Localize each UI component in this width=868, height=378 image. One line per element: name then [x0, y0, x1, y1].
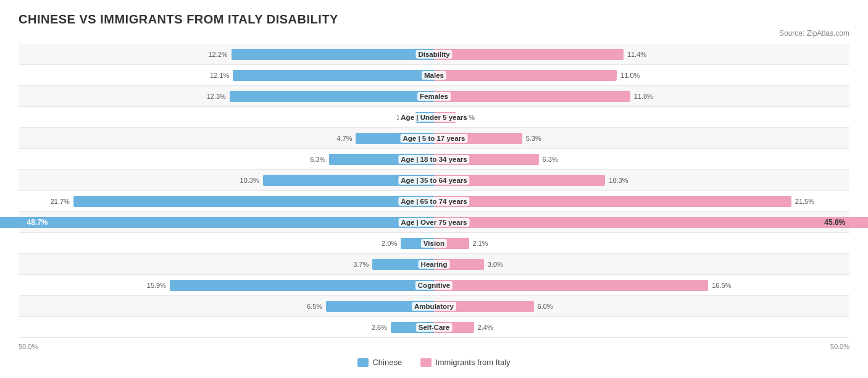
bar-container: Cognitive15.9%16.5%: [19, 279, 849, 292]
bar-label: Males: [422, 71, 446, 80]
bar-label: Age | 65 to 74 years: [398, 197, 469, 206]
left-value: 15.9%: [147, 282, 169, 289]
right-value: 11.8%: [632, 93, 653, 100]
chart-row: Males12.1%11.0%: [19, 65, 849, 86]
left-bar: [232, 49, 434, 60]
left-bar: [73, 196, 434, 207]
chart-row: Age | 5 to 17 years4.7%5.3%: [19, 128, 849, 149]
chart-row: Age | 35 to 64 years10.3%10.3%: [19, 170, 849, 191]
bar-label: Disability: [415, 50, 452, 59]
right-value: 2.1%: [470, 240, 488, 247]
right-bar: [434, 196, 791, 207]
left-value: 12.3%: [207, 93, 228, 100]
bar-container: Vision2.0%2.1%: [19, 237, 849, 250]
right-value: 10.3%: [606, 177, 628, 184]
bar-container: Age | 5 to 17 years4.7%5.3%: [19, 132, 849, 145]
bar-label: Age | 5 to 17 years: [400, 134, 467, 143]
chart-row: Age | Over 75 years48.7%45.8%: [19, 212, 849, 233]
chart-row: Disability12.2%11.4%: [19, 44, 849, 65]
right-value: 5.3%: [524, 135, 541, 142]
left-bar: [170, 280, 434, 291]
chart-area: Disability12.2%11.4%Males12.1%11.0%Femal…: [19, 44, 849, 338]
bar-label: Age | Over 75 years: [399, 218, 470, 227]
bar-container: Ambulatory6.5%6.0%: [19, 300, 849, 313]
chart-row: Cognitive15.9%16.5%: [19, 275, 849, 296]
legend-italy-box: [420, 358, 432, 367]
left-bar: [233, 70, 434, 81]
right-value: 3.0%: [485, 261, 503, 268]
right-bar: [434, 217, 868, 228]
right-value: 11.4%: [625, 51, 646, 58]
right-value: 6.0%: [535, 303, 553, 310]
bar-container: Age | Over 75 years48.7%45.8%: [19, 216, 849, 229]
right-bar: [434, 91, 630, 102]
left-value: 3.7%: [353, 261, 371, 268]
bar-container: Age | Under 5 years1.1%1.3%: [19, 111, 849, 124]
right-bar: [434, 280, 708, 291]
bar-container: Females12.3%11.8%: [19, 90, 849, 103]
bar-label: Self-Care: [416, 323, 453, 332]
bar-container: Hearing3.7%3.0%: [19, 258, 849, 271]
legend-italy-label: Immigrants from Italy: [435, 358, 510, 367]
right-value: 2.4%: [475, 324, 493, 331]
left-value: 6.5%: [307, 303, 325, 310]
legend-chinese: Chinese: [357, 358, 402, 367]
bar-label: Age | 35 to 64 years: [398, 176, 469, 185]
chart-row: Self-Care2.6%2.4%: [19, 317, 849, 338]
bar-label: Age | Under 5 years: [398, 113, 469, 122]
bar-label: Age | 18 to 34 years: [398, 155, 469, 164]
axis-right: 50.0%: [830, 343, 849, 350]
axis-left: 50.0%: [19, 343, 38, 350]
legend-chinese-box: [357, 358, 369, 367]
bar-label: Cognitive: [415, 281, 453, 290]
right-value: 21.5%: [793, 198, 814, 205]
right-value: 16.5%: [709, 282, 731, 289]
left-value: 12.1%: [210, 72, 232, 79]
bar-container: Males12.1%11.0%: [19, 69, 849, 82]
right-value: 6.3%: [540, 156, 558, 163]
chart-row: Vision2.0%2.1%: [19, 233, 849, 254]
left-value: 2.0%: [382, 240, 399, 247]
chart-title: CHINESE VS IMMIGRANTS FROM ITALY DISABIL…: [19, 12, 849, 27]
left-value: 6.3%: [310, 156, 328, 163]
bar-label: Females: [417, 92, 451, 101]
left-value: 2.6%: [372, 324, 390, 331]
right-value: 45.8%: [824, 218, 845, 227]
left-value: 21.7%: [51, 198, 72, 205]
bar-container: Age | 65 to 74 years21.7%21.5%: [19, 195, 849, 208]
source-label: Source: ZipAtlas.com: [19, 29, 849, 38]
left-value: 12.2%: [208, 51, 230, 58]
bar-label: Ambulatory: [412, 302, 456, 311]
left-bar: [230, 91, 434, 102]
right-bar: [434, 70, 617, 81]
bar-container: Self-Care2.6%2.4%: [19, 321, 849, 334]
axis-row: 50.0% 50.0%: [19, 338, 849, 353]
bar-label: Vision: [421, 239, 447, 248]
chart-row: Hearing3.7%3.0%: [19, 254, 849, 275]
chart-row: Ambulatory6.5%6.0%: [19, 296, 849, 317]
left-value: 10.3%: [240, 177, 262, 184]
bar-container: Age | 35 to 64 years10.3%10.3%: [19, 174, 849, 187]
right-value: 11.0%: [618, 72, 640, 79]
bar-label: Hearing: [419, 260, 450, 269]
left-value: 48.7%: [27, 218, 48, 227]
chart-row: Females12.3%11.8%: [19, 86, 849, 107]
legend-chinese-label: Chinese: [372, 358, 402, 367]
legend: Chinese Immigrants from Italy: [19, 358, 849, 367]
chart-row: Age | Under 5 years1.1%1.3%: [19, 107, 849, 128]
left-bar: [0, 217, 434, 228]
left-value: 4.7%: [336, 135, 354, 142]
bar-container: Disability12.2%11.4%: [19, 48, 849, 61]
legend-italy: Immigrants from Italy: [420, 358, 510, 367]
right-bar: [434, 49, 624, 60]
bar-container: Age | 18 to 34 years6.3%6.3%: [19, 153, 849, 166]
chart-row: Age | 65 to 74 years21.7%21.5%: [19, 191, 849, 212]
chart-row: Age | 18 to 34 years6.3%6.3%: [19, 149, 849, 170]
